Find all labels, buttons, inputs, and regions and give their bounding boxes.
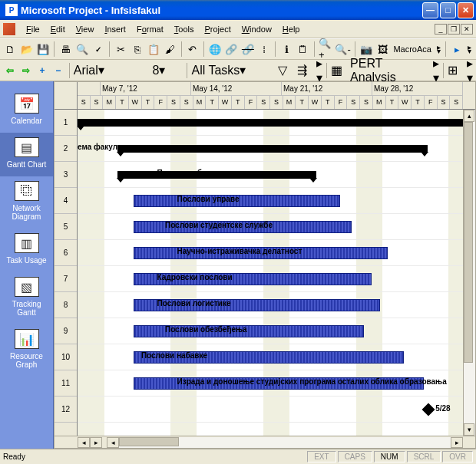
task-row[interactable]: Израда и доношење студијских програма ос… xyxy=(78,370,475,397)
unlink-tasks-button[interactable]: 🔗 xyxy=(241,41,255,58)
tracking-icon[interactable]: ⊞ xyxy=(448,63,464,77)
scroll-up[interactable]: ▴ xyxy=(464,110,474,122)
scroll-left[interactable]: ◂ xyxy=(107,437,119,448)
menu-file[interactable]: File xyxy=(21,23,45,35)
autofilter-button[interactable]: ▽ xyxy=(278,63,295,77)
task-row[interactable] xyxy=(78,110,475,136)
viewbar-gantt[interactable]: ▤ Gantt Chart xyxy=(0,133,53,176)
mdi-restore[interactable]: ❐ xyxy=(448,24,460,35)
format-overflow[interactable]: ▸▾ xyxy=(316,56,322,85)
splitter-left[interactable]: ◂ xyxy=(78,437,90,448)
goto-task-button[interactable]: 📷 xyxy=(359,41,373,58)
toolbar-overflow[interactable]: ▸▾ xyxy=(435,45,441,53)
day-header: S xyxy=(257,96,270,109)
minimize-button[interactable]: — xyxy=(422,2,438,18)
viewbar-resgraph[interactable]: 📊 Resource Graph xyxy=(0,324,53,377)
chart-area[interactable]: ема факултетаПослови образовањаПослови у… xyxy=(78,110,475,436)
save-button[interactable]: 💾 xyxy=(36,41,50,58)
row-number[interactable]: 9 xyxy=(55,318,77,344)
gantt-chart[interactable]: May 7, '12May 14, '12May 21, '12May 28, … xyxy=(54,81,476,449)
day-header: T xyxy=(232,96,245,109)
task-row[interactable]: Послови студентске службе xyxy=(78,214,475,240)
paste-button[interactable]: 📋 xyxy=(147,41,160,58)
row-number[interactable]: 12 xyxy=(55,397,77,423)
task-row[interactable]: Послови обезбеђења xyxy=(78,318,475,344)
task-row[interactable]: Кадровски послови xyxy=(78,266,475,292)
toolbar-overflow2[interactable]: ▸▾ xyxy=(467,45,473,53)
new-button[interactable]: 🗋 xyxy=(3,41,17,58)
menu-window[interactable]: Window xyxy=(237,23,276,35)
viewbar-calendar[interactable]: 📅 Calendar xyxy=(0,89,53,133)
task-row[interactable]: Научно-истраживачка делатност xyxy=(78,240,475,266)
milestone[interactable] xyxy=(421,403,435,416)
spelling-button[interactable]: ✓ xyxy=(91,41,105,58)
mdi-close[interactable]: ✕ xyxy=(461,24,473,35)
task-row[interactable]: Послови логистике xyxy=(78,292,475,318)
pert-overflow[interactable]: ▸▾ xyxy=(433,56,439,85)
zoom-out-button[interactable]: 🔍- xyxy=(335,41,350,58)
vertical-scrollbar[interactable]: ▴ ▾ xyxy=(463,110,475,436)
row-number[interactable]: 10 xyxy=(55,344,77,370)
hide-subtasks[interactable]: − xyxy=(51,64,65,77)
menu-help[interactable]: Help xyxy=(278,23,305,35)
open-button[interactable]: 📂 xyxy=(19,41,33,58)
row-number[interactable]: 3 xyxy=(55,162,77,188)
menu-view[interactable]: View xyxy=(71,23,99,35)
task-row[interactable]: ема факултета xyxy=(78,136,475,162)
day-header: T xyxy=(142,96,155,109)
side-pane-button[interactable]: ▸ xyxy=(450,41,464,58)
viewbar-network[interactable]: ⿻ Network Diagram xyxy=(0,176,53,229)
task-label: Послови управе xyxy=(177,195,240,203)
scroll-down[interactable]: ▾ xyxy=(464,423,474,436)
splitter-right[interactable]: ▸ xyxy=(90,437,102,448)
filter-combo[interactable]: All Tasks▾ xyxy=(191,63,276,77)
task-info-button[interactable]: ℹ xyxy=(279,41,293,58)
task-row[interactable]: 5/28 xyxy=(78,397,475,423)
font-size-combo[interactable]: 8▾ xyxy=(153,63,183,77)
menu-format[interactable]: Format xyxy=(132,23,168,35)
task-row[interactable]: Послови управе xyxy=(78,188,475,214)
print-button[interactable]: 🖶 xyxy=(58,41,72,58)
task-notes-button[interactable]: 🗒 xyxy=(296,41,310,58)
task-row[interactable]: Послови набавке xyxy=(78,344,475,370)
pert-label[interactable]: PERT Analysis xyxy=(350,57,431,84)
group-by-button[interactable]: ⇶ xyxy=(297,63,314,77)
summary-bar[interactable] xyxy=(117,145,428,153)
row-number[interactable]: 2 xyxy=(55,136,77,162)
hyperlink-button[interactable]: 🌐 xyxy=(208,41,222,58)
copy-button[interactable]: ⎘ xyxy=(131,41,144,58)
tracking-overflow[interactable]: ▸▾ xyxy=(467,56,473,85)
viewbar-taskusage[interactable]: ▥ Task Usage xyxy=(0,229,53,272)
menu-insert[interactable]: Insert xyxy=(100,23,131,35)
cut-button[interactable]: ✂ xyxy=(114,41,127,58)
copy-picture-button[interactable]: 🖾 xyxy=(375,41,389,58)
maximize-button[interactable]: □ xyxy=(440,2,456,18)
font-combo[interactable]: Arial▾ xyxy=(74,63,150,77)
mdi-minimize[interactable]: _ xyxy=(435,24,447,35)
horizontal-scrollbar[interactable]: ◂ ▸ ◂ ▸ xyxy=(55,436,475,448)
nav-back[interactable]: ⇦ xyxy=(3,64,17,77)
print-preview-button[interactable]: 🔍 xyxy=(74,41,88,58)
row-number[interactable]: 6 xyxy=(55,240,77,266)
task-row[interactable]: Послови образовања xyxy=(78,162,475,188)
row-number[interactable]: 8 xyxy=(55,292,77,318)
split-task-button[interactable]: ⁞ xyxy=(257,41,271,58)
format-painter-button[interactable]: 🖌 xyxy=(163,41,177,58)
row-number[interactable]: 7 xyxy=(55,266,77,292)
show-subtasks[interactable]: + xyxy=(35,64,49,77)
summary-bar[interactable] xyxy=(78,119,475,127)
row-number[interactable]: 1 xyxy=(55,110,77,136)
link-tasks-button[interactable]: 🔗 xyxy=(224,41,238,58)
scroll-right[interactable]: ▸ xyxy=(451,437,463,448)
menu-edit[interactable]: Edit xyxy=(46,23,70,35)
nav-forward[interactable]: ⇨ xyxy=(19,64,33,77)
menu-project[interactable]: Project xyxy=(200,23,235,35)
row-number[interactable]: 5 xyxy=(55,214,77,240)
close-button[interactable]: ✕ xyxy=(458,2,474,18)
viewbar-tracking[interactable]: ▧ Tracking Gantt xyxy=(0,272,53,324)
row-number[interactable]: 11 xyxy=(55,370,77,397)
undo-button[interactable]: ↶ xyxy=(186,41,200,58)
menu-tools[interactable]: Tools xyxy=(170,23,199,35)
pert-sheet-icon[interactable]: ▦ xyxy=(331,63,348,77)
row-number[interactable]: 4 xyxy=(55,188,77,214)
